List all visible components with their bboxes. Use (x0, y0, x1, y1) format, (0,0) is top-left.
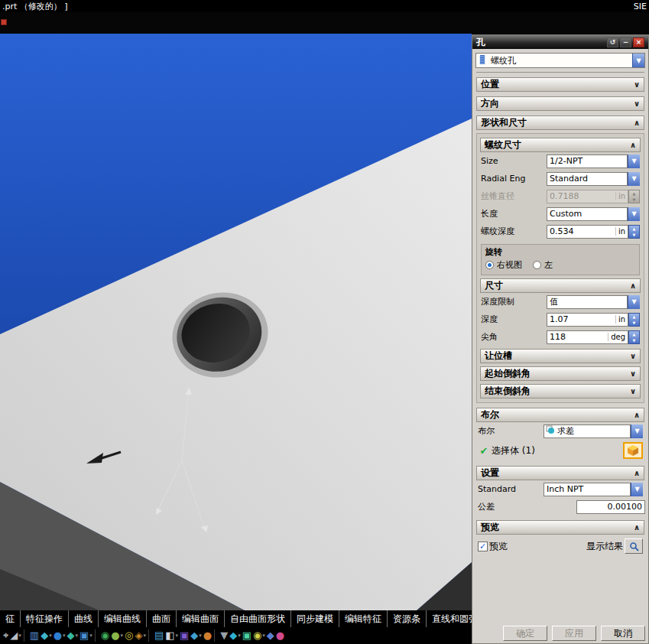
icon-dropdown-arrow[interactable]: ▾ (262, 633, 265, 639)
bottom-toolbar-icon-22[interactable]: ◆ (229, 628, 237, 643)
bottom-toolbar-icon-26[interactable]: ● (276, 628, 284, 643)
section-start-chamfer[interactable]: 起始倒斜角 ∨ (480, 366, 641, 381)
chevron-down-icon[interactable]: ∨ (634, 80, 640, 89)
bottom-toolbar-icon-10[interactable]: ◉ (101, 628, 109, 643)
bottom-toolbar-icon-12[interactable]: ◎ (125, 628, 133, 643)
cancel-button[interactable]: 取消 (601, 626, 645, 641)
chevron-down-icon[interactable]: ∨ (630, 387, 636, 395)
section-direction[interactable]: 方向 ∨ (476, 96, 644, 111)
section-preview[interactable]: 预览 ∧ (476, 520, 644, 535)
dropdown-arrow-icon[interactable]: ▼ (628, 295, 640, 309)
bottom-toolbar-icon-8[interactable]: ▣ (80, 628, 89, 643)
section-shape[interactable]: 形状和尺寸 ∧ (476, 115, 644, 130)
depth-input[interactable]: 1.07 in (547, 313, 628, 327)
chevron-down-icon[interactable]: ∨ (634, 99, 640, 108)
chevron-up-icon[interactable]: ∧ (634, 469, 640, 477)
standard-combobox[interactable]: Inch NPT (544, 483, 631, 496)
bottom-toolbar-icon-18[interactable]: ◆ (190, 628, 198, 643)
boolean-combobox[interactable]: 求差 (544, 424, 631, 438)
dropdown-arrow-icon[interactable]: ▼ (631, 483, 643, 496)
reset-icon[interactable]: ↺ (607, 37, 618, 47)
radio-left-hand[interactable] (533, 261, 541, 269)
icon-dropdown-arrow[interactable]: ▾ (238, 633, 241, 639)
bottom-toolbar-icon-21[interactable]: ▼ (220, 628, 228, 643)
toolbar-fragment-icon[interactable] (1, 19, 7, 25)
tip-angle-input[interactable]: 118 deg (547, 330, 628, 344)
3d-viewport[interactable] (0, 34, 472, 610)
dropdown-arrow-icon[interactable]: ▼ (632, 54, 644, 67)
dropdown-arrow-icon[interactable]: ▼ (628, 172, 640, 186)
bottom-toolbar-icon-17[interactable]: ▣ (180, 628, 189, 643)
bottom-toolbar-icon-11[interactable]: ● (111, 628, 119, 643)
spinner-icon[interactable]: ▲▼ (628, 225, 640, 239)
section-boolean[interactable]: 布尔 ∧ (476, 408, 644, 422)
bottom-toolbar-icon-6[interactable]: ● (54, 628, 62, 643)
section-position[interactable]: 位置 ∨ (476, 77, 644, 92)
section-dimensions[interactable]: 尺寸 ∧ (480, 278, 641, 293)
bottom-toolbar-icon-24[interactable]: ◉ (253, 628, 261, 643)
bottom-tab-5[interactable]: 曲面 (147, 610, 177, 627)
bottom-toolbar-icon-16[interactable]: ◧ (165, 628, 174, 643)
bottom-toolbar-icon-19[interactable]: ● (203, 628, 212, 643)
section-relief[interactable]: 让位槽 ∨ (480, 349, 641, 363)
icon-dropdown-arrow[interactable]: ▾ (63, 633, 66, 639)
bottom-tab-4[interactable]: 编辑曲线 (99, 610, 147, 627)
chevron-up-icon[interactable]: ∧ (630, 141, 636, 149)
bottom-toolbar-icon-25[interactable]: ◆ (267, 628, 274, 643)
select-body-button[interactable] (623, 442, 643, 459)
bottom-tab-8[interactable]: 同步建模 (291, 610, 339, 627)
ok-button[interactable]: 确定 (503, 626, 547, 641)
bottom-tab-6[interactable]: 编辑曲面 (177, 610, 225, 627)
icon-dropdown-arrow[interactable]: ▾ (121, 633, 124, 639)
icon-dropdown-arrow[interactable]: ▾ (49, 633, 52, 639)
apply-button[interactable]: 应用 (552, 626, 596, 641)
icon-dropdown-arrow[interactable]: ▾ (89, 633, 92, 639)
tolerance-input[interactable]: 0.00100 (576, 500, 645, 514)
chevron-up-icon[interactable]: ∧ (634, 119, 640, 127)
section-thread-size[interactable]: 螺纹尺寸 ∧ (480, 138, 641, 152)
size-combobox[interactable]: 1/2-NPT (547, 154, 628, 168)
depth-limit-combobox[interactable]: 值 (547, 295, 628, 309)
dropdown-arrow-icon[interactable]: ▼ (628, 207, 640, 221)
dialog-titlebar[interactable]: 孔 ↺ − × (472, 35, 648, 49)
section-settings[interactable]: 设置 ∧ (476, 466, 644, 480)
bottom-toolbar-icon-4[interactable]: ▥ (30, 628, 39, 643)
icon-dropdown-arrow[interactable]: ▾ (199, 633, 202, 639)
radio-right-hand[interactable] (485, 261, 494, 269)
bottom-tab-9[interactable]: 编辑特征 (339, 610, 388, 627)
bottom-tab-3[interactable]: 曲线 (69, 610, 99, 627)
bottom-toolbar-icon-7[interactable]: ◆ (67, 628, 75, 643)
bottom-toolbar-icon-13[interactable]: ◈ (135, 628, 142, 643)
chevron-up-icon[interactable]: ∧ (634, 523, 640, 532)
close-icon[interactable]: × (633, 37, 644, 47)
icon-dropdown-arrow[interactable]: ▾ (76, 633, 79, 639)
chevron-down-icon[interactable]: ∨ (630, 352, 636, 360)
chevron-down-icon[interactable]: ∨ (630, 369, 636, 378)
icon-dropdown-arrow[interactable]: ▾ (176, 633, 179, 639)
chevron-up-icon[interactable]: ∧ (634, 411, 640, 419)
minimize-icon[interactable]: − (620, 37, 631, 47)
dropdown-arrow-icon[interactable]: ▼ (631, 424, 643, 438)
bottom-tab-1[interactable]: 征 (0, 610, 21, 627)
icon-dropdown-arrow[interactable]: ▾ (18, 633, 21, 639)
bottom-toolbar-icon-15[interactable]: ▤ (154, 628, 164, 643)
section-end-chamfer[interactable]: 结束倒斜角 ∨ (480, 384, 641, 398)
dropdown-arrow-icon[interactable]: ▼ (628, 154, 640, 168)
preview-checkbox[interactable]: ✓ (478, 542, 488, 551)
show-result-button[interactable] (625, 538, 643, 554)
chevron-up-icon[interactable]: ∧ (630, 281, 636, 290)
length-combobox[interactable]: Custom (547, 207, 628, 221)
bottom-toolbar-icon-1[interactable]: ⌖ (3, 628, 8, 643)
bottom-tab-10[interactable]: 资源条 (388, 610, 427, 627)
spinner-icon[interactable]: ▲▼ (628, 313, 640, 327)
bottom-tab-2[interactable]: 特征操作 (21, 610, 69, 627)
hole-type-combobox[interactable]: 螺纹孔 ▼ (475, 53, 645, 68)
bottom-toolbar-icon-23[interactable]: ▣ (242, 628, 251, 643)
bottom-toolbar-icon-2[interactable]: ◢ (10, 628, 18, 643)
radial-engage-combobox[interactable]: Standard (547, 172, 628, 186)
icon-dropdown-arrow[interactable]: ▾ (143, 633, 146, 639)
bottom-tab-11[interactable]: 直线和圆弧 (427, 610, 472, 627)
thread-depth-input[interactable]: 0.534 in (547, 225, 628, 239)
bottom-toolbar-icon-5[interactable]: ◆ (41, 628, 48, 643)
spinner-icon[interactable]: ▲▼ (628, 330, 640, 344)
